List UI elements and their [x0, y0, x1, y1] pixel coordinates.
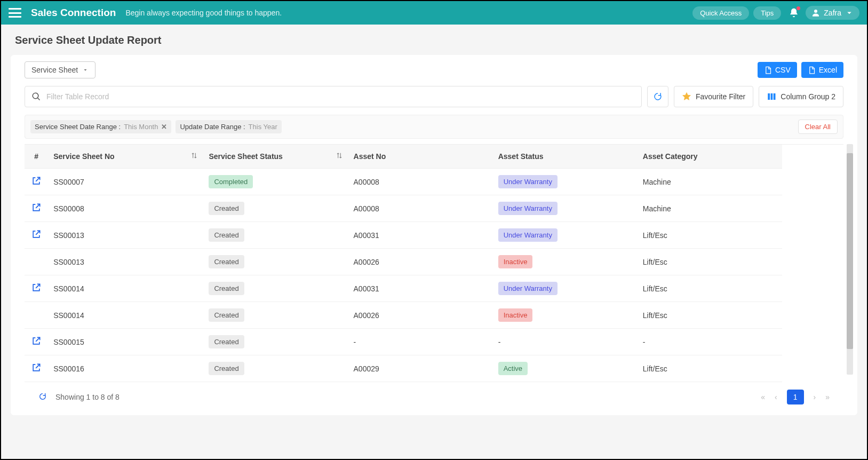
toolbar: Service Sheet CSV Excel [25, 61, 843, 78]
table-row: SS00013CreatedA00026InactiveLift/Esc [25, 249, 782, 275]
chevron-down-icon [82, 67, 89, 73]
asset-status-badge: Under Warranty [498, 282, 558, 295]
cell-sheet-no: SS00013 [48, 222, 203, 249]
col-asset-category: Asset Category [638, 145, 782, 169]
pager-prev[interactable]: ‹ [775, 393, 777, 401]
col-asset-no: Asset No [348, 145, 493, 169]
chip-label: Service Sheet Date Range : [35, 123, 121, 131]
filter-chip-row: Service Sheet Date Range : This Month✕Up… [25, 115, 843, 139]
cell-sheet-no: SS00014 [48, 275, 203, 302]
clear-all-button[interactable]: Clear All [798, 120, 838, 134]
refresh-icon [653, 92, 663, 101]
vertical-scrollbar[interactable] [847, 144, 853, 375]
user-icon [811, 8, 821, 18]
pager-first[interactable]: « [761, 393, 765, 401]
column-group-button[interactable]: Column Group 2 [759, 86, 843, 107]
asset-status-badge: Inactive [498, 308, 533, 322]
status-badge: Created [209, 255, 244, 268]
table-row: SS00013CreatedA00031Under WarrantyLift/E… [25, 222, 782, 249]
cell-asset-no: A00031 [348, 222, 493, 249]
chip-label: Update Date Range : [180, 123, 245, 131]
chevron-down-icon [845, 8, 854, 18]
cell-sheet-no: SS00008 [48, 195, 203, 222]
scrollbar-thumb[interactable] [847, 153, 853, 349]
quick-access-button[interactable]: Quick Access [692, 6, 749, 20]
cell-asset-no: - [348, 329, 493, 355]
col-service-sheet-no[interactable]: Service Sheet No [48, 145, 203, 169]
export-csv-button[interactable]: CSV [758, 62, 797, 78]
favourite-filter-button[interactable]: Favourite Filter [674, 86, 753, 107]
sort-icon [190, 152, 198, 161]
search-wrap [25, 86, 642, 107]
cell-category: Lift/Esc [638, 249, 782, 275]
asset-status-badge: Under Warranty [498, 175, 558, 188]
status-badge: Created [209, 202, 244, 215]
asset-status-badge: Inactive [498, 255, 533, 268]
sort-icon [336, 152, 343, 161]
cell-sheet-no: SS00016 [48, 355, 203, 382]
cell-category: Machine [638, 195, 782, 222]
cell-category: - [638, 329, 782, 355]
tips-button[interactable]: Tips [753, 6, 781, 20]
asset-status-badge: Under Warranty [498, 228, 558, 242]
status-badge: Completed [209, 175, 253, 188]
file-icon [764, 66, 772, 74]
menu-icon[interactable] [9, 8, 21, 18]
user-menu[interactable]: Zafra [806, 6, 859, 20]
status-badge: Created [209, 362, 244, 375]
open-icon[interactable] [31, 229, 42, 240]
open-icon[interactable] [31, 282, 42, 293]
cell-asset-no: A00026 [348, 302, 493, 329]
page-title: Service Sheet Update Report [1, 25, 867, 52]
svg-rect-3 [774, 93, 776, 100]
col-status-label: Service Sheet Status [209, 152, 283, 161]
refresh-icon [38, 392, 47, 401]
cell-asset-no: A00026 [348, 249, 493, 275]
open-icon[interactable] [31, 362, 42, 373]
open-icon[interactable] [31, 176, 42, 186]
fav-filter-label: Favourite Filter [696, 92, 745, 101]
filter-input[interactable] [46, 92, 635, 101]
filter-row: Favourite Filter Column Group 2 [25, 86, 843, 107]
reload-button[interactable] [38, 392, 47, 402]
cell-category: Lift/Esc [638, 275, 782, 302]
col-no-label: Service Sheet No [53, 152, 114, 161]
notification-dot [797, 6, 800, 10]
filter-chip[interactable]: Update Date Range : This Year [176, 120, 281, 133]
open-icon[interactable] [31, 336, 42, 346]
cell-category: Lift/Esc [638, 222, 782, 249]
open-icon[interactable] [31, 202, 42, 213]
export-excel-button[interactable]: Excel [801, 62, 843, 78]
svg-rect-2 [771, 93, 773, 100]
sheet-type-label: Service Sheet [31, 66, 78, 74]
col-group-label: Column Group 2 [781, 92, 835, 101]
status-badge: Created [209, 282, 244, 295]
cell-asset-no: A00008 [348, 169, 493, 195]
svg-point-0 [814, 10, 817, 13]
table-row: SS00014CreatedA00026InactiveLift/Esc [25, 302, 782, 329]
cell-category: Machine [638, 169, 782, 195]
cell-sheet-no: SS00015 [48, 329, 203, 355]
filter-chip[interactable]: Service Sheet Date Range : This Month✕ [30, 120, 171, 133]
report-table: # Service Sheet No Service Sheet Status … [25, 145, 782, 382]
cell-asset-no: A00029 [348, 355, 493, 382]
table-row: SS00007CompletedA00008Under WarrantyMach… [25, 169, 782, 195]
tagline: Begin always expecting good things to ha… [125, 9, 282, 17]
showing-text: Showing 1 to 8 of 8 [55, 393, 120, 401]
pager-last[interactable]: » [825, 393, 830, 401]
notification-icon[interactable] [789, 7, 799, 18]
pager-next[interactable]: › [814, 393, 816, 401]
col-asset-status: Asset Status [493, 145, 638, 169]
chip-value: This Year [249, 123, 277, 131]
refresh-button[interactable] [647, 86, 668, 107]
sheet-type-dropdown[interactable]: Service Sheet [25, 61, 95, 78]
col-service-sheet-status[interactable]: Service Sheet Status [203, 145, 348, 169]
status-badge: Created [209, 228, 244, 242]
star-icon [682, 92, 691, 101]
pager-current[interactable]: 1 [787, 390, 804, 405]
table-wrap[interactable]: # Service Sheet No Service Sheet Status … [25, 144, 843, 382]
pagination: « ‹ 1 › » [761, 390, 830, 405]
close-icon[interactable]: ✕ [161, 123, 167, 131]
cell-sheet-no: SS00013 [48, 249, 203, 275]
cell-sheet-no: SS00007 [48, 169, 203, 195]
